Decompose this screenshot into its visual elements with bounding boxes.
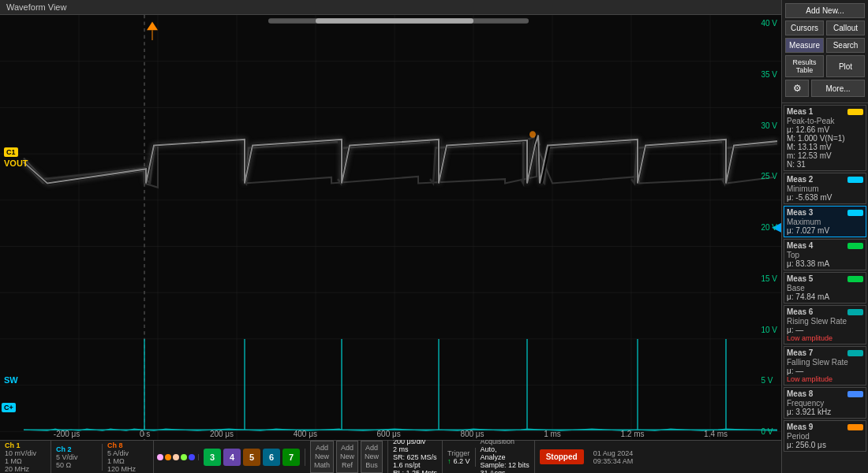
ch-btn-7[interactable]: 7 <box>282 449 300 466</box>
meas-1-item[interactable]: Meas 1 Peak-to-Peak μ: 12.66 mV M: 1.000… <box>784 105 866 171</box>
meas-2-item[interactable]: Meas 2 Minimum μ: -5.638 mV <box>784 173 866 204</box>
more-button[interactable]: More... <box>811 80 865 97</box>
results-plot-row: Results Table Plot <box>785 55 865 77</box>
trigger-title: Trigger <box>447 449 470 457</box>
meas-8-indicator <box>847 391 863 397</box>
waveform-grid <box>0 15 781 440</box>
trigger-arrow-icon: ↑ <box>447 457 451 465</box>
dot-green <box>181 454 187 460</box>
stopped-button[interactable]: Stopped <box>540 449 584 464</box>
plot-button[interactable]: Plot <box>826 55 865 77</box>
add-new-math-btn[interactable]: AddNewMath <box>310 441 334 472</box>
ch-btn-4[interactable]: 4 <box>223 449 241 466</box>
volt-35: 35 V <box>761 70 777 79</box>
new-buttons-group: AddNewMath AddNewRef AddNewBus <box>305 441 388 472</box>
meas-8-title: Meas 8 <box>787 389 813 398</box>
meas-6-val1: μ: — <box>787 326 863 334</box>
meas-3-title: Meas 3 <box>787 208 813 217</box>
volt-20: 20 V <box>761 223 777 232</box>
ch8-val1: 5 A/div <box>107 449 148 457</box>
gear-settings-button[interactable]: ⚙ <box>785 80 809 97</box>
meas-2-indicator <box>847 177 863 183</box>
meas-6-item[interactable]: Meas 6 Rising Slew Rate μ: — Low amplitu… <box>784 305 866 345</box>
add-new-ref-btn[interactable]: AddNewRef <box>336 441 358 472</box>
cursors-callout-row: Cursors Callout <box>785 20 865 35</box>
meas-1-val5: N: 31 <box>787 160 863 169</box>
trigger-info: Trigger ↑ 6.2 V <box>443 448 476 467</box>
waveform-title: Waveform View <box>0 0 781 15</box>
ch-btn-3[interactable]: 3 <box>204 449 221 466</box>
ch-btn-6[interactable]: 6 <box>263 449 280 466</box>
ch1-info[interactable]: Ch 1 10 mV/div 1 MΩ 20 MHz <box>0 440 51 474</box>
callout-button[interactable]: Callout <box>826 20 865 35</box>
acquisition-info: Acquisition Auto, Analyze Sample: 12 bit… <box>476 436 535 474</box>
search-button[interactable]: Search <box>826 38 865 53</box>
meas-7-val1: μ: — <box>787 367 863 375</box>
meas-5-indicator <box>847 276 863 282</box>
volt-30: 30 V <box>761 121 777 130</box>
add-new-button[interactable]: Add New... <box>785 3 865 18</box>
add-new-bus-btn[interactable]: AddNewBus <box>361 441 383 472</box>
meas-3-name: Maximum <box>787 218 863 226</box>
horizontal-val5: RL: 1.25 Mpts <box>393 469 437 474</box>
meas-9-name: Period <box>787 432 863 441</box>
meas-5-item[interactable]: Meas 5 Base μ: 74.84 mA <box>784 272 866 304</box>
meas-7-title: Meas 7 <box>787 348 813 357</box>
meas-6-error: Low amplitude <box>787 334 863 342</box>
ch2-val2: 50 Ω <box>56 461 97 469</box>
acquisition-val1: Auto, <box>481 445 529 453</box>
ch2-val1: 5 V/div <box>56 453 97 461</box>
meas-1-val3: M: 13.13 mV <box>787 143 863 151</box>
volt-labels: 40 V 35 V 30 V 25 V 20 V 15 V 10 V 5 V 0… <box>761 15 777 440</box>
meas-8-val1: μ: 3.921 kHz <box>787 408 863 416</box>
meas-1-val1: μ: 12.66 mV <box>787 125 863 134</box>
time-display: 09:35:34 AM <box>593 457 634 465</box>
measure-button[interactable]: Measure <box>785 38 824 53</box>
cursors-button[interactable]: Cursors <box>785 20 824 35</box>
sw-label: SW <box>4 375 18 385</box>
meas-9-item[interactable]: Meas 9 Period μ: 256.0 μs <box>784 420 866 452</box>
svg-rect-33 <box>316 18 473 23</box>
meas-9-indicator <box>847 424 863 430</box>
datetime-display: 01 Aug 2024 09:35:34 AM <box>589 448 638 467</box>
ch1-label-box[interactable]: C1 <box>4 147 18 157</box>
horizontal-val2: 2 ms <box>393 445 437 453</box>
meas-3-item[interactable]: Meas 3 Maximum μ: 7.027 mV <box>784 206 866 237</box>
acquisition-val3: Sample: 12 bits <box>481 461 529 469</box>
horizontal-val3: SR: 625 MS/s <box>393 453 437 461</box>
meas-7-item[interactable]: Meas 7 Falling Slew Rate μ: — Low amplit… <box>784 346 866 385</box>
volt-5: 5 V <box>761 376 777 385</box>
ch1-val1: 10 mV/div <box>5 449 46 457</box>
ch1-label: Ch 1 <box>5 441 46 449</box>
meas-1-indicator <box>847 109 863 115</box>
ch1-val2: 1 MΩ <box>5 457 46 465</box>
horizontal-val4: 1.6 ns/pt <box>393 461 437 469</box>
meas-2-val1: μ: -5.638 mV <box>787 193 863 202</box>
meas-4-item[interactable]: Meas 4 Top μ: 83.38 mA <box>784 239 866 270</box>
time-800: 800 μs <box>460 430 484 438</box>
ch8-label: Ch 8 <box>107 441 148 449</box>
meas-6-title: Meas 6 <box>787 307 813 316</box>
meas-6-indicator <box>847 309 863 315</box>
ch2-label-box[interactable]: C+ <box>2 403 16 412</box>
waveform-canvas[interactable]: C1 VOUT SW C+ ◀ 40 V 35 V 30 V 25 V 20 V… <box>0 15 781 440</box>
ch-btn-5[interactable]: 5 <box>243 449 260 466</box>
meas-1-title: Meas 1 <box>787 107 813 116</box>
ch2-info[interactable]: Ch 2 5 V/div 50 Ω <box>51 444 103 471</box>
meas-1-val4: m: 12.53 mV <box>787 151 863 160</box>
volt-10: 10 V <box>761 326 777 334</box>
ch8-val3: 120 MHz <box>107 465 148 473</box>
meas-4-name: Top <box>787 251 863 259</box>
meas-4-title: Meas 4 <box>787 241 813 250</box>
time-labels: -200 μs 0 s 200 μs 400 μs 600 μs 800 μs … <box>0 430 781 438</box>
ch8-info[interactable]: Ch 8 5 A/div 1 MΩ 120 MHz <box>103 440 154 474</box>
dot-pink <box>157 454 163 460</box>
volt-15: 15 V <box>761 274 777 283</box>
channel-bar: Ch 1 10 mV/div 1 MΩ 20 MHz Ch 2 5 V/div … <box>0 440 781 473</box>
acquisition-val4: 31 Acqs <box>481 469 529 474</box>
meas-9-title: Meas 9 <box>787 423 813 431</box>
meas-7-indicator <box>847 350 863 356</box>
meas-8-item[interactable]: Meas 8 Frequency μ: 3.921 kHz <box>784 387 866 419</box>
ch1-val3: 20 MHz <box>5 465 46 473</box>
results-table-button[interactable]: Results Table <box>785 55 824 77</box>
